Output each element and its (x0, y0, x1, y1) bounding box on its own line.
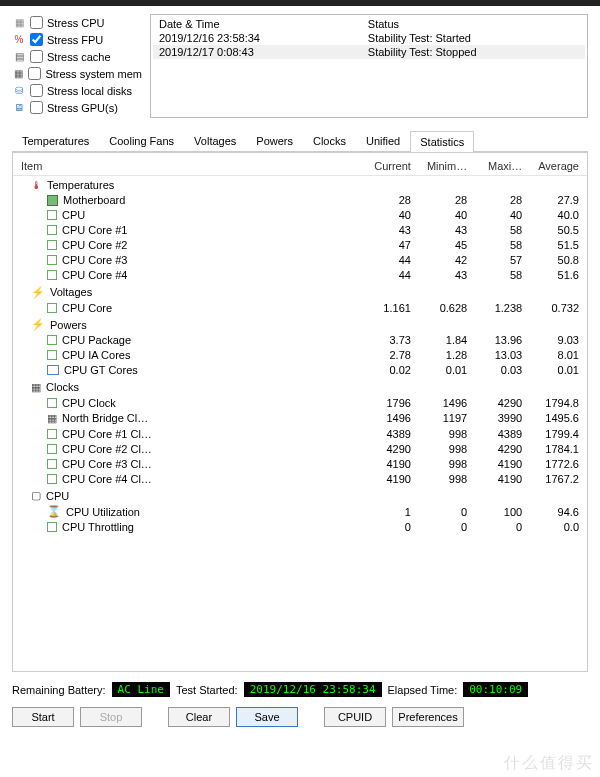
stop-button[interactable]: Stop (80, 707, 142, 727)
row-min: 0.628 (419, 300, 475, 315)
row-min: 0 (419, 520, 475, 535)
row-label: CPU Core #2 Cl… (62, 443, 152, 455)
stress-checkbox[interactable] (30, 101, 43, 114)
stress-icon: ⛁ (12, 84, 26, 98)
row-current: 1796 (364, 395, 419, 410)
thermometer-icon: 🌡 (31, 179, 42, 191)
start-button[interactable]: Start (12, 707, 74, 727)
group-label: Clocks (46, 381, 79, 393)
table-row[interactable]: CPU Core #4 Cl…419099841901767.2 (13, 471, 587, 486)
stress-icon: ▦ (12, 67, 24, 81)
row-max: 4389 (475, 426, 530, 441)
row-min: 0.01 (419, 363, 475, 378)
row-avg: 0.732 (530, 300, 587, 315)
row-current: 4290 (364, 441, 419, 456)
stress-label: Stress CPU (47, 17, 104, 29)
row-min: 40 (419, 208, 475, 223)
row-current: 40 (364, 208, 419, 223)
row-label: CPU Core #3 (62, 254, 127, 266)
stats-group[interactable]: ⚡Voltages (13, 283, 587, 301)
hourglass-icon: ⌛ (47, 505, 61, 518)
tab-unified[interactable]: Unified (356, 130, 410, 151)
row-current: 1.161 (364, 300, 419, 315)
stress-label: Stress cache (47, 51, 111, 63)
cpuid-button[interactable]: CPUID (324, 707, 386, 727)
row-max: 28 (475, 193, 530, 208)
table-row[interactable]: CPU Core #3 Cl…419099841901772.6 (13, 456, 587, 471)
row-min: 43 (419, 268, 475, 283)
row-avg: 50.5 (530, 223, 587, 238)
stress-checkbox[interactable] (28, 67, 41, 80)
table-row[interactable]: CPU Core #143435850.5 (13, 223, 587, 238)
log-datetime: 2019/12/16 23:58:34 (153, 31, 362, 45)
row-current: 44 (364, 253, 419, 268)
sensor-icon (47, 303, 57, 313)
stats-group[interactable]: ▦Clocks (13, 378, 587, 396)
row-label: North Bridge Cl… (62, 412, 148, 424)
stress-icon: 🖥 (12, 101, 26, 115)
table-row[interactable]: CPU Clock1796149642901794.8 (13, 395, 587, 410)
table-row[interactable]: CPU Core #2 Cl…429099842901784.1 (13, 441, 587, 456)
table-row[interactable]: ⌛CPU Utilization1010094.6 (13, 504, 587, 520)
preferences-button[interactable]: Preferences (392, 707, 464, 727)
stats-group[interactable]: 🌡Temperatures (13, 176, 587, 193)
row-min: 1197 (419, 410, 475, 426)
row-label: CPU Core #4 (62, 269, 127, 281)
row-max: 3990 (475, 410, 530, 426)
log-row[interactable]: 2019/12/17 0:08:43Stability Test: Stoppe… (153, 45, 585, 59)
tab-voltages[interactable]: Voltages (184, 130, 246, 151)
table-row[interactable]: CPU IA Cores2.781.2813.038.01 (13, 348, 587, 363)
table-row[interactable]: CPU Package3.731.8413.969.03 (13, 333, 587, 348)
row-avg: 94.6 (530, 504, 587, 520)
power-icon: ⚡ (31, 318, 45, 331)
row-min: 43 (419, 223, 475, 238)
table-row[interactable]: CPU Core1.1610.6281.2380.732 (13, 300, 587, 315)
table-row[interactable]: CPU Core #344425750.8 (13, 253, 587, 268)
stress-checkbox[interactable] (30, 84, 43, 97)
tab-statistics[interactable]: Statistics (410, 131, 474, 152)
tab-powers[interactable]: Powers (246, 130, 303, 151)
tab-cooling-fans[interactable]: Cooling Fans (99, 130, 184, 151)
table-row[interactable]: CPU GT Cores0.020.010.030.01 (13, 363, 587, 378)
row-label: CPU Package (62, 334, 131, 346)
row-avg: 1772.6 (530, 456, 587, 471)
table-row[interactable]: CPU Core #444435851.6 (13, 268, 587, 283)
table-row[interactable]: Motherboard28282827.9 (13, 193, 587, 208)
sensor-icon (47, 210, 57, 220)
table-row[interactable]: CPU40404040.0 (13, 208, 587, 223)
row-label: Motherboard (63, 194, 125, 206)
statistics-table-wrap: Item Current Minim… Maxi… Average 🌡Tempe… (12, 152, 588, 672)
sensor-icon (47, 255, 57, 265)
sensor-icon (47, 429, 57, 439)
status-bar: Remaining Battery: AC Line Test Started:… (12, 682, 588, 697)
tab-clocks[interactable]: Clocks (303, 130, 356, 151)
row-min: 1.28 (419, 348, 475, 363)
row-avg: 9.03 (530, 333, 587, 348)
col-item: Item (13, 157, 364, 176)
group-label: Powers (50, 319, 87, 331)
table-row[interactable]: CPU Core #1 Cl…438999843891799.4 (13, 426, 587, 441)
row-max: 40 (475, 208, 530, 223)
table-row[interactable]: CPU Core #247455851.5 (13, 238, 587, 253)
row-current: 2.78 (364, 348, 419, 363)
monitor-icon (47, 365, 59, 375)
event-log: Date & TimeStatus 2019/12/16 23:58:34Sta… (150, 14, 588, 118)
button-row: Start Stop Clear Save CPUID Preferences (12, 707, 588, 727)
row-min: 42 (419, 253, 475, 268)
stress-checkbox[interactable] (30, 16, 43, 29)
log-row[interactable]: 2019/12/16 23:58:34Stability Test: Start… (153, 31, 585, 45)
row-avg: 1799.4 (530, 426, 587, 441)
save-button[interactable]: Save (236, 707, 298, 727)
stress-checkbox[interactable] (30, 50, 43, 63)
row-label: CPU Core #4 Cl… (62, 473, 152, 485)
stress-checkbox[interactable] (30, 33, 43, 46)
stats-group[interactable]: ⚡Powers (13, 315, 587, 333)
sensor-icon (47, 398, 57, 408)
table-row[interactable]: ▦North Bridge Cl…1496119739901495.6 (13, 410, 587, 426)
row-label: CPU Utilization (66, 506, 140, 518)
tab-temperatures[interactable]: Temperatures (12, 130, 99, 151)
stress-item: ▦Stress system mem (12, 65, 142, 82)
clear-button[interactable]: Clear (168, 707, 230, 727)
stats-group[interactable]: ▢CPU (13, 486, 587, 504)
table-row[interactable]: CPU Throttling0000.0 (13, 520, 587, 535)
